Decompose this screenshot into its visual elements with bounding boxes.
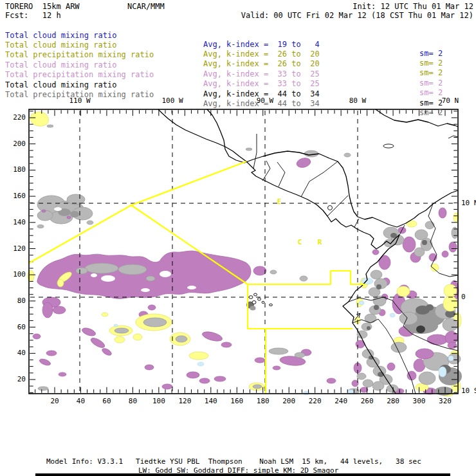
center-name: NCAR/MMM	[127, 2, 165, 11]
legend-row: Total cloud mixing ratio Avg, k-index = …	[5, 51, 473, 60]
axis-label-bottom: 160	[224, 397, 250, 405]
map-waypoint-letter: C	[296, 238, 304, 246]
axis-label-bottom: 320	[432, 397, 458, 405]
axis-label-bottom: 240	[328, 397, 354, 405]
legend-row: Total cloud mixing ratio Avg, k-index = …	[5, 71, 473, 80]
axis-label-left: 80	[3, 297, 26, 305]
map-waypoint-letter: E	[275, 197, 283, 206]
model-info-line1: Model Info: V3.3.1 Tiedtke YSU PBL Thomp…	[46, 457, 421, 466]
axis-label-bottom: 300	[407, 397, 432, 405]
legend-row: Total precipitation mixing ratio Avg, k-…	[5, 41, 473, 50]
axis-label-bottom: 180	[250, 397, 276, 405]
axis-label-longitude: 110 W	[64, 96, 95, 105]
axis-label-latitude: 10 N	[461, 199, 476, 207]
legend-smoothing: sm= 2	[419, 108, 443, 117]
axis-label-left: 220	[3, 113, 26, 122]
legend-row: Total cloud mixing ratio Avg, k-index = …	[5, 32, 473, 41]
cloud-precip-shading-layer	[28, 112, 462, 396]
model-title: TORERO 15km ARW	[5, 2, 80, 11]
axis-label-left: 60	[3, 323, 26, 331]
bottom-bar	[35, 473, 450, 476]
legend-row: Total cloud mixing ratio Avg, k-index = …	[5, 22, 473, 31]
axis-label-latitude: 0	[461, 293, 476, 301]
axis-label-left: 140	[3, 218, 26, 226]
valid-time: Valid: 00 UTC Fri 02 Mar 12 (18 CST Thu …	[193, 11, 473, 20]
axis-label-bottom: 120	[172, 397, 197, 405]
axis-label-bottom: 40	[68, 397, 93, 405]
legend-row: Total precipitation mixing ratio Avg, k-…	[5, 61, 473, 70]
axis-label-left: 20	[3, 375, 26, 383]
axis-label-longitude: 100 W	[157, 96, 188, 105]
forecast-hour: Fcst: 12 h	[5, 11, 61, 20]
axis-label-bottom: 280	[380, 397, 406, 405]
axis-label-latitude: 10 S	[461, 387, 476, 395]
axis-label-left: 100	[3, 270, 26, 279]
map-waypoint-letter: R	[316, 238, 324, 246]
axis-label-left: 200	[3, 140, 26, 148]
axis-label-longitude: 70 N	[435, 96, 466, 105]
legend-row: Total precipitation mixing ratio Avg, k-…	[5, 81, 473, 90]
axis-label-longitude: 80 W	[342, 96, 373, 105]
axis-label-bottom: 260	[354, 397, 380, 405]
axis-label-left: 40	[3, 349, 26, 357]
axis-label-bottom: 60	[94, 397, 120, 405]
axis-label-bottom: 220	[302, 397, 328, 405]
axis-label-left: 160	[3, 192, 26, 200]
axis-label-bottom: 140	[198, 397, 224, 405]
axis-label-bottom: 100	[146, 397, 172, 405]
axis-label-left: 120	[3, 244, 26, 253]
axis-label-left: 180	[3, 165, 26, 174]
axis-label-bottom: 200	[276, 397, 302, 405]
axis-label-longitude: 90 W	[250, 96, 280, 105]
axis-label-bottom: 20	[42, 397, 68, 405]
weather-model-plot: TORERO 15km ARW NCAR/MMM Init: 12 UTC Th…	[0, 0, 476, 476]
axis-label-bottom: 80	[120, 397, 145, 405]
init-time: Init: 12 UTC Thu 01 Mar 12	[257, 2, 473, 11]
